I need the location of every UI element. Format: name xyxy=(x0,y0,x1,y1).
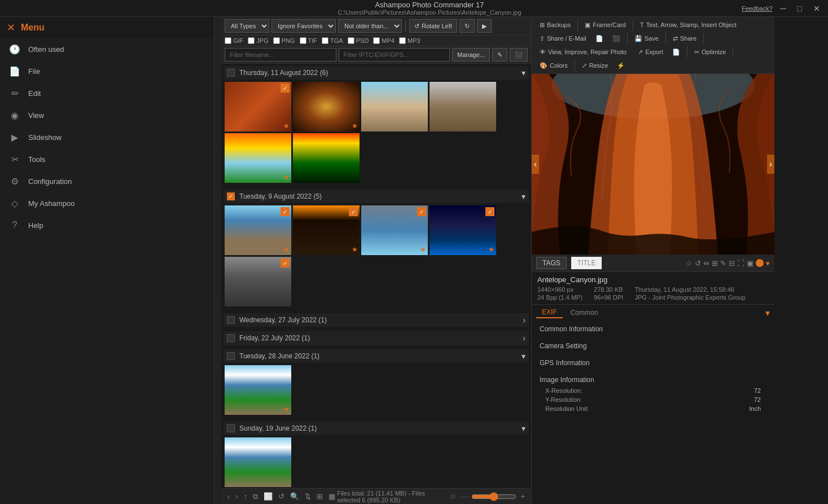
sidebar-item-often-used[interactable]: 🕐Often used xyxy=(0,38,214,60)
thumbnail-p6[interactable] xyxy=(293,133,360,183)
format-filter-mp3[interactable]: MP3 xyxy=(399,37,420,44)
thumbnail-p1[interactable]: ✓★ xyxy=(225,82,291,132)
tab-tags[interactable]: TAGS xyxy=(536,257,567,269)
tab-title[interactable]: TITLE xyxy=(571,257,602,269)
thumbnail-p4[interactable] xyxy=(430,82,496,132)
tag-icon[interactable]: ⊟ xyxy=(729,259,735,268)
sidebar-item-view[interactable]: ◉View xyxy=(0,104,214,126)
optimize-button[interactable]: ✂ Optimize xyxy=(691,47,729,58)
chevron-group5[interactable]: ▾ xyxy=(522,352,525,361)
thumbnail-p13[interactable] xyxy=(225,437,291,487)
jpg-checkbox[interactable] xyxy=(248,37,255,44)
nav-view-button[interactable]: ▦ xyxy=(327,492,337,501)
rotate-left-button[interactable]: ↺ Rotate Left xyxy=(409,19,457,33)
date-dropdown[interactable]: Not older than... xyxy=(338,19,402,33)
group-check-group1[interactable] xyxy=(227,69,235,77)
export-button[interactable]: ↗ Export xyxy=(634,47,667,58)
small-icon-btn2[interactable]: ⬛ xyxy=(609,33,624,44)
resize-button[interactable]: ⤢ Resize xyxy=(579,60,612,71)
nav-copy-button[interactable]: ⧉ xyxy=(251,492,260,502)
thumb-star-p10[interactable]: ★ xyxy=(488,246,494,253)
thumbnail-p8[interactable]: ✓★ xyxy=(293,205,360,255)
edit-icon[interactable]: ✎ xyxy=(720,259,726,268)
monitor-icon[interactable]: ▣ xyxy=(747,259,753,268)
zoom-plus-button[interactable]: + xyxy=(519,492,527,501)
sidebar-item-tools[interactable]: ✂Tools xyxy=(0,148,214,170)
chevron-group4[interactable]: › xyxy=(523,334,525,343)
nav-prev-button[interactable]: ‹ xyxy=(226,492,231,501)
menu-close-button[interactable]: ✕ xyxy=(7,21,15,34)
format-filter-tif[interactable]: TIF xyxy=(300,37,318,44)
vertical-scrollbar[interactable] xyxy=(214,17,221,504)
star-icon[interactable]: ☆ xyxy=(686,259,693,268)
exif-common-info-title[interactable]: Common Information xyxy=(540,323,766,335)
close-button[interactable]: ✕ xyxy=(810,3,823,14)
format-filter-mp4[interactable]: MP4 xyxy=(373,37,395,44)
thumb-check-p10[interactable]: ✓ xyxy=(485,207,494,216)
group-check-group3[interactable] xyxy=(227,316,235,324)
small-icon-btn4[interactable]: ⚡ xyxy=(614,60,628,71)
small-icon-btn1[interactable]: 📄 xyxy=(592,33,607,44)
thumb-star-p1[interactable]: ★ xyxy=(283,122,290,130)
type-dropdown[interactable]: All Types xyxy=(225,19,269,33)
thumbnail-p3[interactable] xyxy=(361,82,428,132)
date-header-group1[interactable]: Thursday, 11 August 2022 (6) ▾ xyxy=(224,66,529,80)
nav-search-button[interactable]: 🔍 xyxy=(288,492,301,501)
date-header-group4[interactable]: Friday, 22 July 2022 (1) › xyxy=(224,331,529,345)
date-header-group6[interactable]: Sunday, 19 June 2022 (1) ▾ xyxy=(224,422,529,435)
thumb-star-p9[interactable]: ★ xyxy=(420,246,426,253)
date-header-group3[interactable]: Wednesday, 27 July 2022 (1) › xyxy=(224,313,529,327)
date-header-group2[interactable]: ✓ Tuesday, 9 August 2022 (5) ▾ xyxy=(224,190,529,203)
thumbnail-p5[interactable]: ★ xyxy=(225,133,291,183)
format-filter-gif[interactable]: GIF xyxy=(225,37,243,44)
sidebar-item-file[interactable]: 📄File xyxy=(0,60,214,82)
png-checkbox[interactable] xyxy=(273,37,280,44)
small-icon-btn3[interactable]: 📄 xyxy=(669,47,684,58)
nav-sort-button[interactable]: ⇅ xyxy=(303,492,313,501)
format-filter-png[interactable]: PNG xyxy=(273,37,295,44)
psd-checkbox[interactable] xyxy=(348,37,354,44)
sidebar-item-help[interactable]: ?Help xyxy=(0,214,214,236)
chevron-group3[interactable]: › xyxy=(523,315,525,325)
nav-refresh-button[interactable]: ↺ xyxy=(277,492,286,501)
thumbnail-p9[interactable]: ✓★ xyxy=(361,205,428,255)
sidebar-item-my-ashampoo[interactable]: ◇My Ashampoo xyxy=(0,192,214,214)
manage-button[interactable]: Manage... xyxy=(452,48,490,62)
exif-image-info-title[interactable]: Image Information xyxy=(540,374,766,386)
exif-camera-title[interactable]: Camera Setting xyxy=(540,340,766,352)
date-header-group5[interactable]: Tuesday, 28 June 2022 (1) ▾ xyxy=(224,349,529,363)
nav-up-button[interactable]: ↑ xyxy=(242,492,249,501)
rotate-icon[interactable]: ↺ xyxy=(695,259,701,268)
exif-tab-exif[interactable]: EXIF xyxy=(536,307,563,318)
exif-gps-title[interactable]: GPS Information xyxy=(540,357,766,369)
tif-checkbox[interactable] xyxy=(300,37,306,44)
thumb-check-p1[interactable]: ✓ xyxy=(281,84,290,93)
fullscreen-icon[interactable]: ⛶ xyxy=(737,259,744,268)
iptc-filter-input[interactable] xyxy=(339,48,450,62)
feedback-link[interactable]: Feedback? xyxy=(742,5,772,12)
toolbar-icon-btn3[interactable]: ✎ xyxy=(492,48,507,62)
photo-grid-area[interactable]: Thursday, 11 August 2022 (6) ▾✓★★★ ✓ Tue… xyxy=(221,64,531,488)
preview-prev-button[interactable]: ‹ xyxy=(532,155,539,174)
view-improve-button[interactable]: 👁 View, Improve, Repair Photo xyxy=(536,47,630,57)
backups-button[interactable]: ⊞ Backups xyxy=(536,20,574,30)
thumb-star-p5[interactable]: ★ xyxy=(283,173,290,181)
icon-btn-2[interactable]: ▶ xyxy=(477,19,492,33)
format-filter-psd[interactable]: PSD xyxy=(348,37,369,44)
thumb-check-p9[interactable]: ✓ xyxy=(417,207,426,216)
toolbar-icon-btn4[interactable]: ⬛ xyxy=(510,48,528,62)
icon-btn-1[interactable]: ↻ xyxy=(459,19,475,33)
chevron-group1[interactable]: ▾ xyxy=(522,68,525,77)
frame-card-button[interactable]: ▣ Frame/Card xyxy=(581,20,629,30)
thumbnail-p11[interactable]: ✓ xyxy=(225,257,291,306)
star-rating-button[interactable]: ☆ xyxy=(448,492,458,501)
thumbnail-p12[interactable]: ★ xyxy=(225,365,291,415)
preview-next-button[interactable]: › xyxy=(767,155,774,174)
maximize-button[interactable]: □ xyxy=(794,3,805,14)
share-email-button[interactable]: ⇪ Share / E-Mail xyxy=(536,33,590,44)
thumb-star-p7[interactable]: ★ xyxy=(283,246,290,253)
crop-icon[interactable]: ⊞ xyxy=(712,259,718,268)
thumbnail-p10[interactable]: ✓★ xyxy=(430,205,496,255)
thumbnail-p7[interactable]: ✓★ xyxy=(225,205,291,255)
sidebar-item-edit[interactable]: ✏Edit xyxy=(0,82,214,104)
